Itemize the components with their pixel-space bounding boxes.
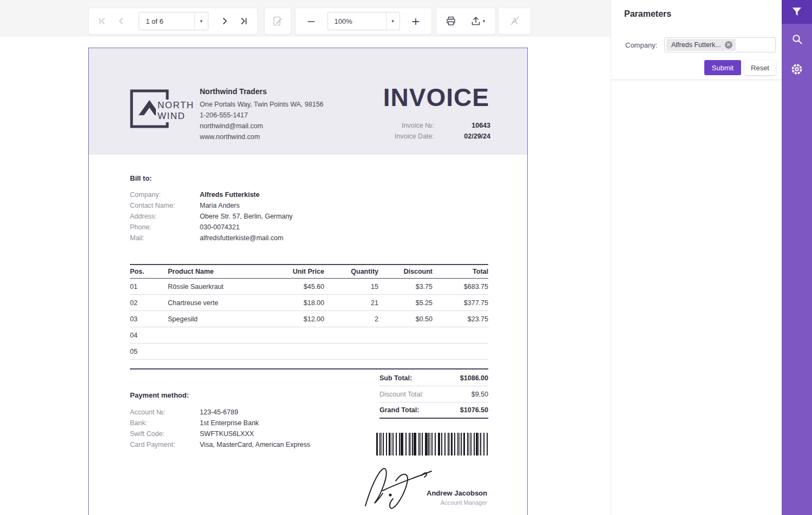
grand-total-label: Grand Total: [379,406,419,414]
table-row: 01 Rössle Sauerkraut $45.60 15 $3.75 $68… [130,279,488,295]
totals-block: Sub Total: $1086.00 Discount Total: $9.5… [379,370,488,419]
bill-to-label: Contact Name: [130,200,200,211]
edit-report-button[interactable] [269,12,287,30]
toggle-text-selection-button[interactable] [506,12,524,30]
cell-pos: 02 [130,299,168,307]
seller-address: One Portals Way, Twin Points WA, 98156 [200,99,324,110]
cell-quantity: 2 [324,315,378,323]
table-row: 02 Chartreuse verte $18.00 21 $5.25 $377… [130,295,488,311]
zoom-value[interactable]: 100% [328,17,386,25]
company-chip-text: Alfreds Futterk... [671,41,721,49]
report-viewer: { "toolbar": { "page_display": "1 of 6",… [0,0,812,515]
invoice-title: INVOICE [383,83,489,112]
bill-to-value: alfredsfutterkiste@mail.com [200,233,283,243]
last-page-icon [239,16,248,26]
invoice-date-value: 02/29/24 [434,131,490,142]
next-page-button[interactable] [216,12,234,30]
bill-to-row: Address: Obere Str. 57, Berlin, Germany [130,211,293,222]
bill-to-value: Obere Str. 57, Berlin, Germany [200,211,293,222]
discount-total-label: Discount Total: [379,391,424,398]
settings-rail-button[interactable] [782,54,812,84]
caret-glyph: ▾ [391,18,394,24]
discount-total-value: $9.50 [472,391,488,398]
payment-label: Bank: [130,418,200,428]
first-page-button[interactable] [93,12,111,30]
chevron-down-icon[interactable]: ▾ [386,12,400,30]
company-chip[interactable]: Alfreds Futterk... ✕ [666,39,736,51]
logo-line2: WIND [158,111,194,122]
discount-total-row: Discount Total: $9.50 [379,386,488,402]
bill-to-label: Address: [130,211,200,222]
items-table: Pos. Product Name Unit Price Quantity Di… [130,264,488,360]
sub-total-label: Sub Total: [379,374,412,382]
reset-button[interactable]: Reset [744,60,776,75]
company-parameter-label: Company: [625,41,657,49]
search-icon [791,34,803,45]
bill-to-row: Contact Name: Maria Anders [130,200,293,211]
invoice-number-label: Invoice №: [369,120,434,131]
cell-quantity: 15 [324,283,378,290]
print-button[interactable] [442,12,460,30]
bill-to-label: Phone: [130,222,200,233]
seller-phone: 1-206-555-1417 [200,110,324,121]
payment-label: Swift Code: [130,428,200,439]
edit-document-icon [272,16,283,27]
payment-value: Visa, MasterCard, American Express [200,439,310,450]
last-page-button[interactable] [235,12,253,30]
chevron-down-icon[interactable]: ▾ [194,12,208,30]
header-total: Total [433,268,488,275]
payment-label: Account №: [130,407,200,418]
zoom-combobox[interactable]: 100% ▾ [328,12,400,30]
cell-total: $23.75 [433,315,488,323]
parameters-rail-button[interactable] [782,0,812,24]
print-export-group: ▾ [436,8,496,35]
bill-to-value: Maria Anders [200,200,240,211]
payment-row: Card Payment: Visa, MasterCard, American… [130,439,310,450]
cell-total: $683.75 [433,283,488,290]
bill-to-heading: Bill to: [130,174,152,182]
cell-pos: 03 [130,315,168,323]
minus-icon: − [307,15,316,28]
zoom-out-button[interactable]: − [302,12,320,30]
cell-unit-price: $12.00 [271,315,324,323]
text-selection-disabled-icon [509,16,520,27]
previous-page-button[interactable] [112,12,130,30]
company-parameter-input[interactable]: Alfreds Futterk... ✕ [664,37,776,52]
text-tools-group [498,8,531,35]
cell-unit-price: $45.60 [271,283,324,290]
page-navigation-group: 1 of 6 ▾ [88,8,258,35]
cell-product: Rössle Sauerkraut [168,283,271,290]
barcode-image [376,433,488,455]
zoom-in-button[interactable]: + [407,12,425,30]
chevron-left-icon [116,16,126,26]
cell-quantity: 21 [324,299,378,307]
signatory-name: Andrew Jacobson [427,489,487,497]
plus-icon: + [411,15,421,28]
invoice-date-label: Invoice Date: [369,131,434,142]
page-number-combobox[interactable]: 1 of 6 ▾ [139,12,208,30]
bill-to-value: Alfreds Futterkiste [200,189,259,200]
header-quantity: Quantity [324,268,378,275]
invoice-date-row: Invoice Date: 02/29/24 [369,131,490,142]
logo-line1: NORTH [158,100,194,111]
payment-method-heading: Payment method: [130,391,189,399]
payment-value: 1st Enterprise Bank [200,418,259,428]
cell-product: Chartreuse verte [168,299,271,307]
table-row: 03 Spegesild $12.00 2 $0.50 $23.75 [130,311,488,327]
payment-rows: Account №: 123-45-6789 Bank: 1st Enterpr… [130,407,310,450]
bill-to-row: Mail: alfredsfutterkiste@mail.com [130,233,293,243]
logo-wordmark: NORTH WIND [156,100,196,122]
parameters-title: Parameters [624,9,671,19]
submit-button[interactable]: Submit [704,60,741,75]
header-discount: Discount [378,268,433,275]
search-rail-button[interactable] [782,24,812,54]
chip-remove-button[interactable]: ✕ [725,41,732,49]
caret-glyph: ▾ [200,18,203,24]
totals-divider [130,368,488,369]
export-button[interactable]: ▾ [465,12,490,30]
page-number-value[interactable]: 1 of 6 [139,17,194,25]
bill-to-label: Company: [130,189,200,200]
gear-icon [791,63,803,75]
parameters-panel: Parameters Company: Alfreds Futterk... ✕… [611,0,782,515]
bill-to-rows: Company: Alfreds Futterkiste Contact Nam… [130,189,293,243]
